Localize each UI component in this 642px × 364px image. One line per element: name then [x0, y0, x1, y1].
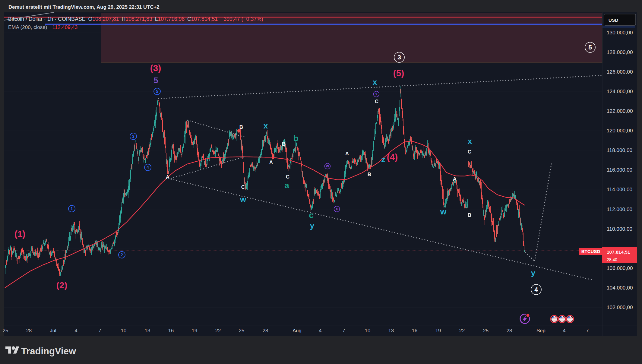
svg-text:A: A: [166, 174, 169, 180]
svg-text:4: 4: [534, 286, 538, 293]
svg-text:B: B: [239, 124, 243, 130]
svg-text:28: 28: [507, 328, 512, 333]
svg-text:(3): (3): [150, 63, 161, 73]
svg-text:110.000,00: 110.000,00: [607, 226, 632, 232]
svg-text:b: b: [293, 134, 298, 143]
svg-text:(5): (5): [393, 68, 404, 78]
svg-text:28:40: 28:40: [607, 257, 617, 262]
svg-text:112.000,00: 112.000,00: [607, 206, 632, 212]
svg-text:19: 19: [192, 328, 197, 333]
svg-text:5: 5: [153, 76, 158, 85]
svg-text:118.000,00: 118.000,00: [607, 147, 632, 153]
svg-text:x: x: [468, 137, 472, 146]
svg-text:25: 25: [239, 328, 244, 333]
svg-text:7: 7: [586, 328, 589, 333]
svg-text:Jul: Jul: [50, 328, 56, 333]
svg-text:120.000,00: 120.000,00: [607, 128, 633, 134]
svg-text:w: w: [440, 207, 447, 216]
svg-text:Y: Y: [375, 92, 378, 96]
svg-text:2: 2: [121, 252, 123, 257]
svg-text:4: 4: [563, 328, 565, 333]
svg-text:(4): (4): [387, 152, 398, 162]
svg-text:C: C: [286, 174, 289, 180]
svg-text:X: X: [336, 207, 338, 211]
svg-text:25: 25: [3, 328, 8, 333]
svg-text:130.000,00: 130.000,00: [607, 30, 633, 36]
svg-text:13: 13: [388, 328, 394, 333]
svg-text:A: A: [345, 151, 349, 157]
svg-text:(2): (2): [56, 280, 68, 290]
svg-text:7: 7: [342, 328, 345, 333]
svg-text:5: 5: [588, 44, 592, 51]
svg-text:Demut erstellt mit TradingView: Demut erstellt mit TradingView.com, Aug …: [8, 4, 160, 10]
svg-text:124.000,00: 124.000,00: [607, 88, 633, 94]
svg-text:y: y: [310, 221, 315, 230]
svg-text:Aug: Aug: [293, 328, 301, 333]
svg-text:25: 25: [483, 328, 489, 333]
svg-text:10: 10: [365, 328, 370, 333]
svg-text:7: 7: [98, 328, 101, 333]
svg-text:W: W: [326, 164, 329, 168]
svg-text:Sep: Sep: [536, 328, 545, 333]
svg-text:107.814,51: 107.814,51: [607, 249, 630, 255]
svg-text:TradingView: TradingView: [21, 346, 76, 356]
svg-text:B: B: [368, 172, 371, 177]
svg-text:4: 4: [319, 328, 321, 333]
svg-text:22: 22: [215, 328, 221, 333]
svg-text:(1): (1): [14, 229, 26, 239]
svg-text:Bitcoin / Dollar · 1h · COINBA: Bitcoin / Dollar · 1h · COINBASE O108.20…: [8, 16, 263, 22]
svg-text:B: B: [468, 212, 471, 218]
svg-text:B: B: [282, 141, 286, 147]
svg-text:28: 28: [26, 328, 32, 333]
svg-text:126.000,00: 126.000,00: [607, 69, 633, 75]
svg-text:19: 19: [435, 328, 441, 333]
svg-text:3: 3: [132, 134, 134, 139]
svg-text:3: 3: [397, 54, 401, 61]
svg-text:USD: USD: [609, 17, 618, 23]
svg-text:C: C: [375, 99, 378, 104]
svg-text:1: 1: [71, 206, 73, 211]
svg-text:y: y: [531, 268, 536, 277]
svg-text:C: C: [241, 184, 245, 190]
svg-text:x: x: [264, 121, 268, 130]
svg-text:114.000,00: 114.000,00: [607, 186, 632, 192]
svg-text:c: c: [309, 210, 314, 220]
svg-text:122.000,00: 122.000,00: [607, 108, 633, 114]
svg-text:w: w: [240, 195, 246, 204]
svg-text:22: 22: [459, 328, 465, 333]
svg-text:106.000,00: 106.000,00: [607, 265, 633, 271]
svg-text:5: 5: [156, 89, 158, 94]
svg-text:28: 28: [263, 328, 268, 333]
svg-text:102.000,00: 102.000,00: [607, 304, 633, 310]
svg-text:z: z: [381, 155, 385, 164]
svg-text:EMA (200, close) 112.409,43: EMA (200, close) 112.409,43: [8, 24, 77, 30]
svg-text:116.000,00: 116.000,00: [607, 167, 632, 173]
svg-text:4: 4: [147, 165, 149, 170]
svg-text:A: A: [453, 176, 457, 182]
svg-text:BTCUSD: BTCUSD: [581, 249, 600, 254]
svg-text:16: 16: [168, 328, 174, 333]
svg-text:A: A: [269, 160, 273, 165]
svg-text:x: x: [373, 78, 377, 87]
svg-text:16: 16: [412, 328, 417, 333]
svg-text:10: 10: [121, 328, 126, 333]
svg-text:a: a: [284, 181, 289, 190]
svg-text:104.000,00: 104.000,00: [607, 285, 633, 291]
svg-text:128.000,00: 128.000,00: [607, 49, 633, 55]
svg-text:13: 13: [145, 328, 150, 333]
svg-text:C: C: [468, 149, 471, 155]
svg-text:4: 4: [74, 328, 77, 333]
